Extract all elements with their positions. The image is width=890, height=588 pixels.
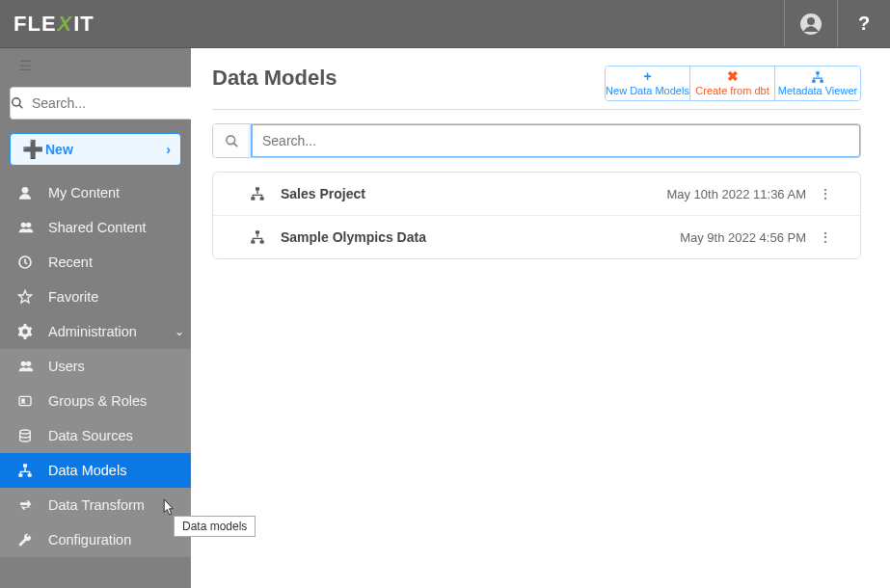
svg-point-12 <box>20 430 31 434</box>
divider <box>212 109 861 110</box>
new-button[interactable]: ➕ New › <box>10 133 181 166</box>
question-icon: ? <box>858 13 870 35</box>
menu-icon: ☰ <box>19 58 32 73</box>
svg-rect-21 <box>256 187 259 190</box>
toolbar-action-group: + New Data Models ✖ Create from dbt Meta… <box>605 66 861 101</box>
svg-rect-25 <box>251 240 255 243</box>
create-from-dbt-button[interactable]: ✖ Create from dbt <box>690 67 775 100</box>
clock-icon <box>17 254 48 270</box>
svg-point-8 <box>21 361 26 366</box>
chevron-right-icon: › <box>166 142 171 157</box>
user-profile-button[interactable] <box>784 0 837 47</box>
user-icon <box>17 185 48 200</box>
users-icon <box>17 359 48 374</box>
chevron-down-icon: ⌄ <box>168 325 191 338</box>
metadata-viewer-button[interactable]: Metadata Viewer <box>775 67 860 100</box>
action-label: Create from dbt <box>695 85 769 96</box>
wrench-icon <box>17 532 48 548</box>
logo-text-post: IT <box>73 12 94 37</box>
sitemap-icon <box>811 69 824 85</box>
sidebar-item-data-models[interactable]: Data Models <box>0 453 191 488</box>
data-model-row[interactable]: Sales Project May 10th 2022 11:36 AM ⋮ <box>213 173 860 216</box>
data-models-list: Sales Project May 10th 2022 11:36 AM ⋮ S… <box>212 172 861 259</box>
svg-point-2 <box>13 98 20 106</box>
users-icon <box>17 220 48 235</box>
menu-toggle[interactable]: ☰ <box>0 48 191 83</box>
sidebar-item-label: Favorite <box>48 289 191 305</box>
svg-point-6 <box>26 223 31 227</box>
model-timestamp: May 10th 2022 11:36 AM <box>623 187 806 201</box>
search-icon <box>213 124 252 157</box>
sidebar-item-recent[interactable]: Recent <box>0 245 191 280</box>
list-search[interactable] <box>212 123 861 158</box>
svg-rect-10 <box>19 396 31 405</box>
sidebar-item-label: Configuration <box>48 532 191 548</box>
svg-rect-17 <box>812 80 816 83</box>
sidebar-item-label: Data Models <box>48 463 191 478</box>
sidebar-item-label: Recent <box>48 254 191 270</box>
help-button[interactable]: ? <box>837 0 890 47</box>
plus-icon: + <box>643 69 651 85</box>
sidebar-item-label: Groups & Roles <box>48 393 191 409</box>
sidebar-item-users[interactable]: Users <box>0 349 191 384</box>
new-button-label: New <box>45 142 166 157</box>
svg-point-11 <box>22 399 25 402</box>
id-card-icon <box>17 393 48 409</box>
svg-rect-13 <box>23 464 27 467</box>
model-timestamp: May 9th 2022 4:56 PM <box>623 230 806 245</box>
sidebar-item-data-sources[interactable]: Data Sources <box>0 418 191 453</box>
page-title: Data Models <box>212 66 337 91</box>
sitemap-icon <box>17 463 48 478</box>
sidebar-item-configuration[interactable]: Configuration <box>0 522 191 557</box>
model-name: Sales Project <box>281 186 623 201</box>
sidebar-search-input[interactable] <box>24 87 209 120</box>
user-circle-icon <box>799 13 823 36</box>
svg-rect-18 <box>820 80 823 83</box>
dbt-icon: ✖ <box>727 69 739 85</box>
svg-rect-26 <box>260 240 264 243</box>
svg-line-3 <box>19 105 23 109</box>
sidebar-item-label: Shared Content <box>48 220 191 235</box>
sidebar-item-my-content[interactable]: My Content <box>0 175 191 210</box>
app-logo[interactable]: FLEXIT <box>13 12 94 37</box>
sidebar-item-favorite[interactable]: Favorite <box>0 280 191 314</box>
svg-rect-15 <box>28 473 32 476</box>
row-kebab-menu[interactable]: ⋮ <box>806 229 845 245</box>
sidebar-item-administration[interactable]: Administration ⌄ <box>0 314 191 349</box>
row-kebab-menu[interactable]: ⋮ <box>806 186 845 201</box>
svg-rect-24 <box>256 230 259 233</box>
data-model-row[interactable]: Sample Olympics Data May 9th 2022 4:56 P… <box>213 216 860 258</box>
plus-icon: ➕ <box>20 139 45 160</box>
svg-point-9 <box>26 361 31 366</box>
logo-text-pre: FLE <box>13 12 57 37</box>
svg-rect-16 <box>816 71 820 74</box>
sidebar-item-data-transform[interactable]: Data Transform <box>0 488 191 522</box>
svg-line-20 <box>233 143 237 147</box>
svg-point-5 <box>21 223 26 227</box>
sidebar-item-label: Administration <box>48 324 168 339</box>
svg-point-19 <box>227 135 235 144</box>
sidebar-item-label: Users <box>48 359 191 374</box>
list-search-input[interactable] <box>251 123 861 158</box>
gear-icon <box>17 324 48 339</box>
action-label: Metadata Viewer <box>778 85 857 96</box>
star-icon <box>17 289 48 305</box>
svg-rect-22 <box>251 197 255 200</box>
action-label: New Data Models <box>606 85 689 96</box>
sidebar-item-label: Data Sources <box>48 428 191 443</box>
svg-point-4 <box>22 187 29 194</box>
sitemap-icon <box>250 229 281 245</box>
svg-point-1 <box>807 17 815 25</box>
sidebar-search[interactable] <box>0 83 191 127</box>
search-icon[interactable] <box>10 87 24 120</box>
transform-icon <box>17 497 48 513</box>
model-name: Sample Olympics Data <box>281 229 623 245</box>
new-data-models-button[interactable]: + New Data Models <box>606 67 690 100</box>
sidebar-item-shared-content[interactable]: Shared Content <box>0 210 191 245</box>
sitemap-icon <box>250 186 281 201</box>
logo-text-mid: X <box>58 12 73 37</box>
svg-rect-14 <box>18 473 22 476</box>
sidebar-item-label: My Content <box>48 185 191 200</box>
sidebar-item-groups-roles[interactable]: Groups & Roles <box>0 384 191 418</box>
tooltip: Data models <box>174 516 256 537</box>
